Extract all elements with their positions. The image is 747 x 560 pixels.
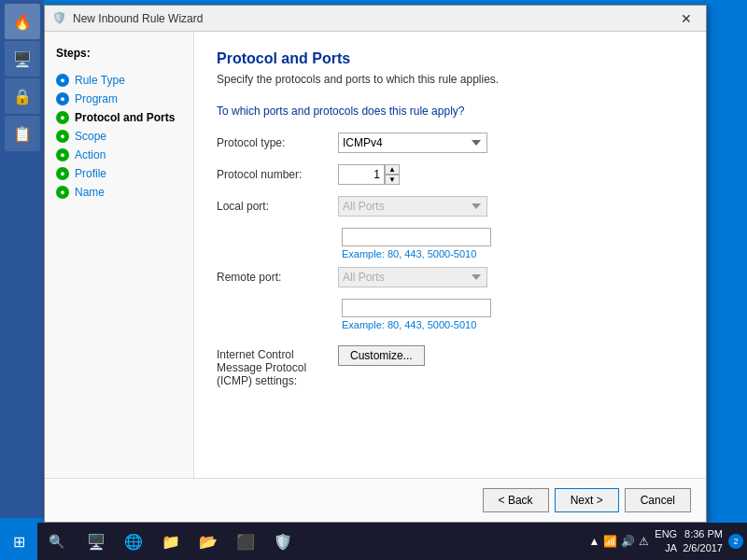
tray-date: 2/6/2017 bbox=[683, 541, 723, 555]
nav-icon-3[interactable]: 🔒 bbox=[5, 78, 40, 114]
close-button[interactable]: ✕ bbox=[674, 8, 698, 29]
remote-port-control: All Ports bbox=[338, 267, 487, 287]
taskbar-icon-explorer[interactable]: 📂 bbox=[190, 523, 226, 560]
tray-up-arrow[interactable]: ▲ bbox=[588, 535, 599, 548]
taskbar-icon-cmd[interactable]: ⬛ bbox=[228, 523, 263, 560]
spinner-up[interactable]: ▲ bbox=[385, 164, 400, 175]
taskbar-tray: ▲ 📶 🔊 ⚠ ENG JA 8:36 PM 2/6/2017 2 bbox=[588, 527, 747, 556]
step-label-scope: Scope bbox=[75, 130, 106, 143]
protocol-number-label: Protocol number: bbox=[217, 168, 338, 181]
step-label-name: Name bbox=[75, 186, 105, 199]
local-port-example: Example: 80, 443, 5000-5010 bbox=[342, 248, 684, 259]
nav-icon-2[interactable]: 🖥️ bbox=[5, 41, 40, 77]
step-item-scope[interactable]: ● Scope bbox=[56, 127, 182, 146]
steps-panel: Steps: ● Rule Type ● Program ● Protocol … bbox=[45, 32, 194, 478]
next-button[interactable]: Next > bbox=[555, 488, 619, 512]
icmp-label-line1: Internet Control Message Protocol bbox=[217, 348, 306, 374]
cancel-button[interactable]: Cancel bbox=[625, 488, 691, 512]
protocol-number-spinner: ▲ ▼ bbox=[385, 164, 400, 185]
step-item-profile[interactable]: ● Profile bbox=[56, 164, 182, 183]
local-port-dropdown[interactable]: All Ports bbox=[338, 196, 487, 217]
protocol-type-dropdown[interactable]: ICMPv4 Any TCP UDP ICMPv6 Custom bbox=[338, 133, 487, 153]
step-item-action[interactable]: ● Action bbox=[56, 146, 182, 164]
tray-clock[interactable]: 8:36 PM 2/6/2017 bbox=[683, 527, 723, 556]
protocol-type-control: ICMPv4 Any TCP UDP ICMPv6 Custom bbox=[338, 133, 487, 153]
dialog-icon: 🛡️ bbox=[52, 11, 67, 26]
step-bullet-program: ● bbox=[56, 92, 69, 105]
tray-datetime[interactable]: ENG JA bbox=[655, 527, 677, 556]
step-item-protocol[interactable]: ● Protocol and Ports bbox=[56, 108, 182, 127]
step-label-protocol: Protocol and Ports bbox=[75, 111, 175, 124]
remote-port-row: Remote port: All Ports bbox=[217, 267, 684, 287]
dialog-title: New Inbound Rule Wizard bbox=[73, 12, 674, 25]
step-bullet-scope: ● bbox=[56, 130, 69, 143]
customize-button[interactable]: Customize... bbox=[338, 345, 425, 366]
icmp-content: Customize... bbox=[338, 345, 684, 366]
icmp-label: Internet Control Message Protocol (ICMP)… bbox=[217, 345, 338, 387]
step-item-name[interactable]: ● Name bbox=[56, 183, 182, 202]
wizard-dialog: 🛡️ New Inbound Rule Wizard ✕ Steps: ● Ru… bbox=[44, 5, 707, 523]
protocol-number-row: Protocol number: ▲ ▼ bbox=[217, 164, 684, 185]
local-port-label: Local port: bbox=[217, 200, 338, 213]
local-port-control: All Ports bbox=[338, 196, 487, 217]
search-button[interactable]: 🔍 bbox=[37, 523, 75, 560]
step-label-profile: Profile bbox=[75, 167, 106, 180]
taskbar-icon-folder[interactable]: 📁 bbox=[153, 523, 189, 560]
tray-locale: JA bbox=[655, 541, 677, 555]
taskbar: ⊞ 🔍 🖥️ 🌐 📁 📂 ⬛ 🛡️ ▲ 📶 🔊 ⚠ ENG JA 8:36 PM… bbox=[0, 523, 747, 560]
nav-icon-4[interactable]: 📋 bbox=[5, 116, 40, 151]
form-question: To which ports and protocols does this r… bbox=[217, 105, 684, 118]
dialog-body: Steps: ● Rule Type ● Program ● Protocol … bbox=[45, 32, 706, 478]
dialog-footer: < Back Next > Cancel bbox=[45, 478, 706, 522]
taskbar-icon-ie[interactable]: 🌐 bbox=[116, 523, 151, 560]
step-label-program: Program bbox=[75, 92, 118, 105]
local-port-extra-input[interactable] bbox=[342, 228, 491, 246]
taskbar-icon-app[interactable]: 🛡️ bbox=[265, 523, 301, 560]
tray-time: 8:36 PM bbox=[683, 527, 723, 541]
protocol-type-label: Protocol type: bbox=[217, 136, 338, 149]
taskbar-icons: 🖥️ 🌐 📁 📂 ⬛ 🛡️ bbox=[78, 523, 301, 560]
icmp-label-line2: (ICMP) settings: bbox=[217, 374, 297, 387]
tray-warning-icon: ⚠ bbox=[639, 535, 649, 548]
step-bullet-rule-type: ● bbox=[56, 74, 69, 87]
step-label-action: Action bbox=[75, 148, 106, 161]
spinner-down[interactable]: ▼ bbox=[385, 175, 400, 185]
protocol-type-row: Protocol type: ICMPv4 Any TCP UDP ICMPv6… bbox=[217, 133, 684, 153]
content-panel: Protocol and Ports Specify the protocols… bbox=[194, 32, 706, 478]
step-bullet-name: ● bbox=[56, 186, 69, 199]
taskbar-icon-1[interactable]: 🖥️ bbox=[78, 523, 114, 560]
remote-port-label: Remote port: bbox=[217, 271, 338, 284]
tray-volume-icon: 🔊 bbox=[621, 535, 635, 548]
tray-icons: ▲ 📶 🔊 ⚠ bbox=[588, 535, 649, 548]
step-item-program[interactable]: ● Program bbox=[56, 90, 182, 108]
protocol-number-control: ▲ ▼ bbox=[338, 164, 400, 185]
tray-network-icon: 📶 bbox=[603, 535, 617, 548]
nav-icon-1[interactable]: 🔥 bbox=[5, 4, 40, 39]
tray-lang: ENG bbox=[655, 527, 677, 541]
icmp-row: Internet Control Message Protocol (ICMP)… bbox=[217, 345, 684, 387]
remote-port-dropdown[interactable]: All Ports bbox=[338, 267, 487, 287]
remote-port-example: Example: 80, 443, 5000-5010 bbox=[342, 319, 684, 330]
tray-badge[interactable]: 2 bbox=[728, 534, 743, 549]
remote-port-extra-input[interactable] bbox=[342, 299, 491, 317]
dialog-titlebar: 🛡️ New Inbound Rule Wizard ✕ bbox=[45, 6, 706, 32]
start-button[interactable]: ⊞ bbox=[0, 523, 37, 560]
steps-title: Steps: bbox=[56, 47, 182, 60]
protocol-number-input[interactable] bbox=[338, 164, 385, 185]
left-nav: 🔥 🖥️ 🔒 📋 bbox=[0, 0, 44, 518]
local-port-row: Local port: All Ports bbox=[217, 196, 684, 217]
back-button[interactable]: < Back bbox=[483, 488, 549, 512]
step-label-rule-type: Rule Type bbox=[75, 74, 125, 87]
step-bullet-protocol: ● bbox=[56, 111, 69, 124]
page-title: Protocol and Ports bbox=[217, 50, 684, 67]
step-bullet-action: ● bbox=[56, 148, 69, 161]
page-subtitle: Specify the protocols and ports to which… bbox=[217, 73, 684, 86]
step-item-rule-type[interactable]: ● Rule Type bbox=[56, 71, 182, 90]
step-bullet-profile: ● bbox=[56, 167, 69, 180]
